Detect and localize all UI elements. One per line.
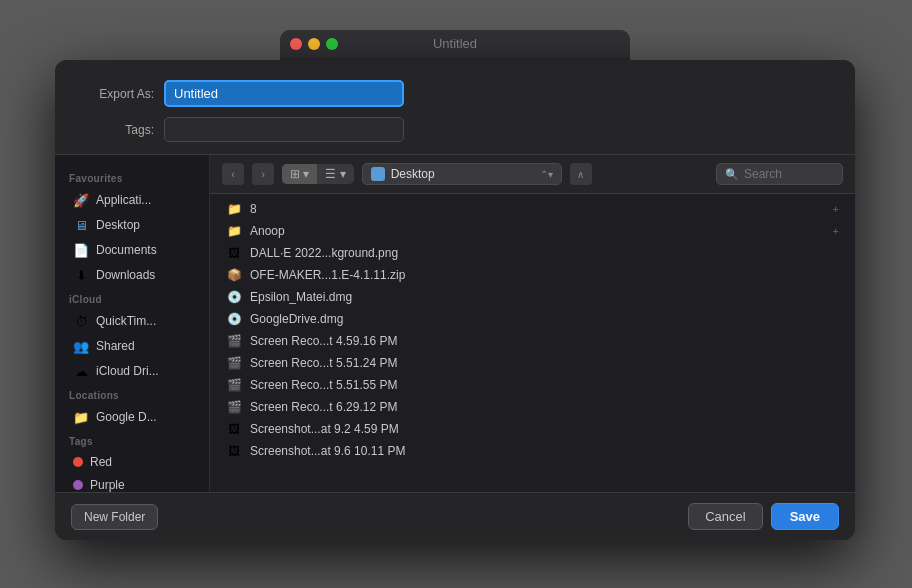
search-box: 🔍 (716, 163, 843, 185)
file-item-name: DALL·E 2022...kground.png (250, 246, 839, 260)
sidebar-item-applications[interactable]: 🚀 Applicati... (59, 188, 205, 212)
dialog-header: Export As: Tags: (55, 60, 855, 155)
minimize-traffic-light (308, 38, 320, 50)
save-button[interactable]: Save (771, 503, 839, 530)
tags-section-label: Tags (55, 430, 209, 450)
video-icon: 🎬 (226, 355, 242, 371)
file-list: 📁 8 + 📁 Anoop + 🖼 DALL·E 2022...kground.… (210, 194, 855, 492)
file-item-screen-rec-1[interactable]: 🎬 Screen Reco...t 4.59.16 PM (210, 330, 855, 352)
disk-icon: 💿 (226, 289, 242, 305)
sidebar-item-tag-red[interactable]: Red (59, 451, 205, 473)
export-as-label: Export As: (79, 87, 154, 101)
location-name: Desktop (391, 167, 435, 181)
tags-input[interactable] (164, 117, 404, 142)
tags-label: Tags: (79, 123, 154, 137)
sidebar-item-tag-purple[interactable]: Purple (59, 474, 205, 492)
file-item-name: Anoop (250, 224, 825, 238)
tag-purple-dot (73, 480, 83, 490)
file-item-screen-rec-4[interactable]: 🎬 Screen Reco...t 6.29.12 PM (210, 396, 855, 418)
google-drive-icon: 📁 (73, 409, 89, 425)
export-as-row: Export As: (79, 80, 831, 107)
file-area: ‹ › ⊞ ▾ ☰ ▾ Desktop ⌃▾ ∧ 🔍 (210, 155, 855, 492)
sidebar-item-quicktime-label: QuickTim... (96, 314, 156, 328)
file-item-name: Screen Reco...t 4.59.16 PM (250, 334, 839, 348)
file-item-name: Screenshot...at 9.6 10.11 PM (250, 444, 839, 458)
collapse-button[interactable]: ∧ (570, 163, 592, 185)
filename-input[interactable] (164, 80, 404, 107)
file-item-anoop[interactable]: 📁 Anoop + (210, 220, 855, 242)
sidebar-item-icloud-drive[interactable]: ☁ iCloud Dri... (59, 359, 205, 383)
sidebar-item-tag-red-label: Red (90, 455, 112, 469)
file-item-screen-rec-2[interactable]: 🎬 Screen Reco...t 5.51.24 PM (210, 352, 855, 374)
video-icon: 🎬 (226, 377, 242, 393)
image-icon: 🖼 (226, 443, 242, 459)
sidebar-item-downloads[interactable]: ⬇ Downloads (59, 263, 205, 287)
sidebar-item-documents[interactable]: 📄 Documents (59, 238, 205, 262)
folder-icon: 📁 (226, 201, 242, 217)
cancel-button[interactable]: Cancel (688, 503, 762, 530)
back-button[interactable]: ‹ (222, 163, 244, 185)
tags-row: Tags: (79, 117, 831, 142)
file-item-name: Screen Reco...t 6.29.12 PM (250, 400, 839, 414)
maximize-traffic-light (326, 38, 338, 50)
grid-view-button[interactable]: ⊞ ▾ (282, 164, 317, 184)
dialog-body: Favourites 🚀 Applicati... 🖥 Desktop 📄 Do… (55, 155, 855, 492)
locations-section-label: Locations (55, 384, 209, 404)
file-item-googledrive[interactable]: 💿 GoogleDrive.dmg (210, 308, 855, 330)
search-icon: 🔍 (725, 168, 739, 181)
bg-window-title: Untitled (433, 36, 477, 51)
location-dropdown[interactable]: Desktop ⌃▾ (362, 163, 562, 185)
folder-icon: 📁 (226, 223, 242, 239)
sidebar-item-shared-label: Shared (96, 339, 135, 353)
file-toolbar: ‹ › ⊞ ▾ ☰ ▾ Desktop ⌃▾ ∧ 🔍 (210, 155, 855, 194)
location-chevron-icon: ⌃▾ (540, 169, 553, 180)
documents-icon: 📄 (73, 242, 89, 258)
file-item-name: Screen Reco...t 5.51.24 PM (250, 356, 839, 370)
tag-red-dot (73, 457, 83, 467)
file-item-8[interactable]: 📁 8 + (210, 198, 855, 220)
file-item-badge: + (833, 203, 839, 215)
file-item-epsilon[interactable]: 💿 Epsilon_Matei.dmg (210, 286, 855, 308)
image-icon: 🖼 (226, 245, 242, 261)
dialog-footer: New Folder Cancel Save (55, 492, 855, 540)
file-item-name: Epsilon_Matei.dmg (250, 290, 839, 304)
new-folder-button[interactable]: New Folder (71, 504, 158, 530)
video-icon: 🎬 (226, 333, 242, 349)
forward-button[interactable]: › (252, 163, 274, 185)
shared-icon: 👥 (73, 338, 89, 354)
sidebar-item-desktop[interactable]: 🖥 Desktop (59, 213, 205, 237)
video-icon: 🎬 (226, 399, 242, 415)
archive-icon: 📦 (226, 267, 242, 283)
image-icon: 🖼 (226, 421, 242, 437)
sidebar-item-desktop-label: Desktop (96, 218, 140, 232)
file-item-screenshot-2[interactable]: 🖼 Screenshot...at 9.6 10.11 PM (210, 440, 855, 462)
file-item-dalle[interactable]: 🖼 DALL·E 2022...kground.png (210, 242, 855, 264)
file-item-name: Screen Reco...t 5.51.55 PM (250, 378, 839, 392)
sidebar-item-tag-purple-label: Purple (90, 478, 125, 492)
footer-actions: Cancel Save (688, 503, 839, 530)
sidebar-item-google-drive[interactable]: 📁 Google D... (59, 405, 205, 429)
search-input[interactable] (744, 167, 834, 181)
view-toggle: ⊞ ▾ ☰ ▾ (282, 164, 354, 184)
file-item-screen-rec-3[interactable]: 🎬 Screen Reco...t 5.51.55 PM (210, 374, 855, 396)
sidebar: Favourites 🚀 Applicati... 🖥 Desktop 📄 Do… (55, 155, 210, 492)
icloud-drive-icon: ☁ (73, 363, 89, 379)
file-item-name: Screenshot...at 9.2 4.59 PM (250, 422, 839, 436)
favourites-section-label: Favourites (55, 167, 209, 187)
sidebar-item-downloads-label: Downloads (96, 268, 155, 282)
downloads-icon: ⬇ (73, 267, 89, 283)
sidebar-item-shared[interactable]: 👥 Shared (59, 334, 205, 358)
desktop-icon: 🖥 (73, 217, 89, 233)
file-item-name: GoogleDrive.dmg (250, 312, 839, 326)
sidebar-item-google-drive-label: Google D... (96, 410, 157, 424)
sidebar-item-documents-label: Documents (96, 243, 157, 257)
quicktime-icon: ⏱ (73, 313, 89, 329)
close-traffic-light (290, 38, 302, 50)
applications-icon: 🚀 (73, 192, 89, 208)
file-item-screenshot-1[interactable]: 🖼 Screenshot...at 9.2 4.59 PM (210, 418, 855, 440)
icloud-section-label: iCloud (55, 288, 209, 308)
list-view-button[interactable]: ☰ ▾ (317, 164, 353, 184)
file-item-ofe-maker[interactable]: 📦 OFE-MAKER...1.E-4.1.11.zip (210, 264, 855, 286)
file-item-badge: + (833, 225, 839, 237)
sidebar-item-quicktime[interactable]: ⏱ QuickTim... (59, 309, 205, 333)
